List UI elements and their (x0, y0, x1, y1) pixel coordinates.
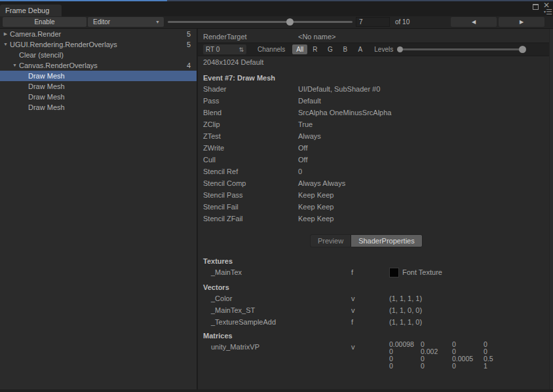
event-property-label: Cull (203, 154, 298, 166)
tree-disclosure-icon[interactable]: ▼ (1, 39, 10, 50)
channel-button[interactable]: A (353, 45, 368, 54)
event-property-row: Stencil ZFail Keep Keep (203, 213, 553, 224)
rt-select-label: RT 0 (206, 46, 238, 53)
event-property-row: ZTest Always (203, 130, 553, 142)
matrix-cell: 0 (389, 363, 421, 370)
texture-thumbnail[interactable] (389, 268, 399, 277)
tree-disclosure-icon[interactable] (20, 92, 28, 102)
tab-frame-debug[interactable]: Frame Debug (0, 5, 62, 16)
matrix-cell: 0 (452, 363, 484, 370)
event-slider-thumb[interactable] (286, 18, 294, 26)
dropdown-triangle-icon: ▾ (544, 10, 545, 14)
matrix-cell: 0 (452, 341, 484, 348)
channel-button[interactable]: R (307, 45, 322, 54)
tree-row-label: Canvas.RenderOverlays (19, 60, 187, 71)
levels-range-slider[interactable] (397, 45, 527, 54)
texture-name: _MainTex (203, 266, 351, 278)
event-property-value: Keep Keep (298, 189, 334, 201)
tree-disclosure-icon[interactable] (10, 50, 19, 60)
matrix-cell: 0 (484, 341, 518, 348)
vector-row: _TextureSampleAdd f (1, 1, 1, 0) (203, 316, 553, 328)
editor-dropdown-label: Editor (93, 18, 110, 26)
levels-min-handle[interactable] (397, 46, 403, 52)
channel-button[interactable]: All (292, 45, 307, 54)
matrices-header: Matrices (203, 330, 553, 341)
event-property-row: Cull Off (203, 154, 553, 166)
tree-disclosure-icon[interactable] (20, 102, 28, 113)
texture-row: _MainTex f Font Texture (203, 266, 553, 278)
tree-disclosure-icon[interactable] (20, 81, 28, 92)
event-properties: Shader UI/Default, SubShader #0 Pass Def… (203, 83, 553, 224)
tab-preview[interactable]: Preview (310, 234, 351, 247)
vector-type: v (351, 293, 389, 304)
event-count-label: of 10 (395, 18, 410, 26)
tree-row-count (191, 50, 197, 60)
vector-type: v (351, 304, 389, 316)
channel-button[interactable]: G (322, 45, 337, 54)
tree-row-count (191, 81, 197, 92)
tree-row[interactable]: ▶ Camera.Render 5 (0, 29, 197, 39)
matrix-cell: 0 (421, 355, 452, 363)
editor-dropdown[interactable]: Editor ▼ (88, 17, 164, 27)
vector-value: (1, 1, 1, 1) (389, 293, 553, 304)
render-target-name: <No name> (298, 31, 335, 43)
tree-row-count (191, 92, 197, 102)
tree-disclosure-icon[interactable]: ▶ (1, 29, 10, 39)
tree-row[interactable]: Clear (stencil) (0, 50, 197, 60)
event-property-row: Blend SrcAlpha OneMinusSrcAlpha (203, 107, 553, 118)
matrix-cell: 0 (389, 355, 421, 363)
textures-list: _MainTex f Font Texture (203, 266, 553, 278)
event-slider-track (168, 21, 353, 23)
tree-row[interactable]: ▼ UGUI.Rendering.RenderOverlays 5 (0, 39, 197, 50)
matrix-values: 0.00098 0 0 0 0 0.002 0 0 (389, 341, 518, 370)
event-title: Event #7: Draw Mesh (203, 73, 553, 83)
tree-disclosure-icon[interactable] (20, 71, 28, 81)
event-slider[interactable] (168, 17, 353, 27)
previous-event-button[interactable]: ◀ (451, 17, 497, 27)
detail-view-tabs: Preview ShaderProperties (310, 234, 423, 247)
event-property-value: 0 (298, 166, 302, 177)
matrix-name: unity_MatrixVP (203, 341, 351, 353)
scrollbar-track[interactable] (549, 29, 553, 392)
matrix-cell: 0.00098 (389, 341, 421, 348)
event-property-label: Stencil Comp (203, 177, 298, 189)
maximize-icon[interactable] (533, 4, 539, 10)
levels-max-handle[interactable] (519, 46, 526, 53)
matrix-cell: 0 (389, 348, 421, 355)
next-event-button[interactable]: ▶ (499, 17, 544, 27)
rt-select-dropdown[interactable]: RT 0 ⇅ (203, 45, 246, 54)
vector-row: _MainTex_ST v (1, 1, 0, 0) (203, 304, 553, 316)
matrix-type: v (351, 341, 389, 353)
tree-row[interactable]: Draw Mesh (0, 71, 197, 81)
window-menu-icon[interactable]: ▾☰ (544, 8, 552, 16)
tab-shader-properties[interactable]: ShaderProperties (351, 234, 423, 247)
event-property-value: Always Always (298, 177, 345, 189)
enable-button[interactable]: Enable (3, 17, 86, 27)
event-property-label: Stencil Pass (203, 189, 298, 201)
vector-name: _Color (203, 293, 351, 304)
tree-disclosure-icon[interactable]: ▼ (10, 60, 19, 71)
frame-debugger-window: Frame Debug ✕ ▾☰ Enable Editor ▼ of 10 ◀… (0, 0, 553, 392)
vector-name: _TextureSampleAdd (203, 316, 351, 328)
vectors-list: _Color v (1, 1, 1, 1) _MainTex_ST v (1, … (203, 293, 553, 328)
event-property-row: Stencil Comp Always Always (203, 177, 553, 189)
levels-label: Levels (374, 46, 393, 53)
tree-row[interactable]: ▼ Canvas.RenderOverlays 4 (0, 60, 197, 71)
event-property-value: SrcAlpha OneMinusSrcAlpha (298, 107, 391, 118)
event-property-row: ZWrite Off (203, 142, 553, 154)
vector-name: _MainTex_ST (203, 304, 351, 316)
render-target-toolbar: RT 0 ⇅ Channels All R G B A Levels (198, 43, 553, 56)
matrix-cell: 0.0005 (452, 355, 484, 363)
tree-row[interactable]: Draw Mesh (0, 92, 197, 102)
tree-row[interactable]: Draw Mesh (0, 81, 197, 92)
channel-button[interactable]: B (337, 45, 353, 54)
event-property-value: True (298, 118, 313, 130)
event-property-label: Blend (203, 107, 298, 118)
event-number-input[interactable] (356, 17, 390, 27)
event-tree: ▶ Camera.Render 5 ▼ UGUI.Rendering.Rende… (0, 29, 197, 113)
tree-row[interactable]: Draw Mesh (0, 102, 197, 113)
matrix-cell: 0.002 (421, 348, 452, 355)
tree-row-label: Camera.Render (10, 29, 187, 39)
matrix-grid-row: 0 0 0 1 (389, 363, 518, 370)
updown-arrows-icon: ⇅ (238, 46, 244, 53)
